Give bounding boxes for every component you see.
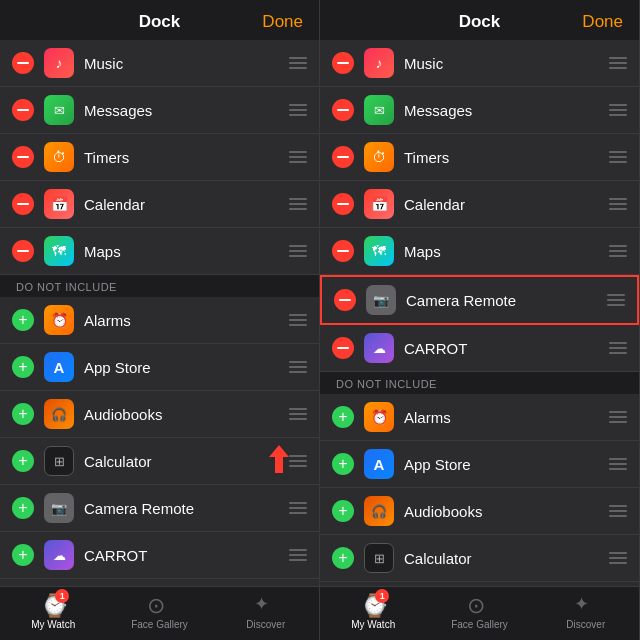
drag-handle[interactable] [289,198,307,210]
carrot-icon: ☁ [44,540,74,570]
drag-handle[interactable] [609,505,627,517]
remove-button[interactable] [332,337,354,359]
app-name: App Store [84,359,281,376]
list-item[interactable]: ☁ CARROT [320,325,639,372]
list-item[interactable]: ✉ Messages [320,87,639,134]
drag-handle[interactable] [289,549,307,561]
remove-button[interactable] [12,52,34,74]
list-item[interactable]: ⏱ Timers [0,134,319,181]
list-item[interactable]: ⊞ Calculator [0,438,319,485]
add-button[interactable] [332,453,354,475]
drag-handle[interactable] [289,314,307,326]
drag-handle[interactable] [289,104,307,116]
tab-my-watch[interactable]: ⌚ 1 My Watch [0,593,106,630]
app-name: Calculator [404,550,601,567]
drag-handle[interactable] [609,342,627,354]
drag-handle[interactable] [289,151,307,163]
remove-button[interactable] [334,289,356,311]
left-done-button[interactable]: Done [262,12,303,32]
drag-handle[interactable] [609,552,627,564]
add-button[interactable] [332,406,354,428]
remove-button[interactable] [332,99,354,121]
list-item[interactable]: 📅 Calendar [320,181,639,228]
list-item[interactable]: 📅 Calendar [0,181,319,228]
tab-label: My Watch [351,619,395,630]
add-button[interactable] [332,500,354,522]
list-item[interactable]: 🎧 Audiobooks [320,488,639,535]
list-item[interactable]: ⊞ Calculator [320,535,639,582]
list-item[interactable]: 📷 Camera Remote [0,485,319,532]
app-name: Maps [404,243,601,260]
tab-bar: ⌚ 1 My Watch ⊙ Face Gallery ✦ Discover [320,586,639,640]
list-item[interactable]: ☁ CARROT [0,532,319,579]
drag-handle[interactable] [289,408,307,420]
list-item[interactable]: 🎧 Audiobooks [0,391,319,438]
add-button[interactable] [12,309,34,331]
right-scroll: ♪ Music ✉ Messages ⏱ Timers 📅 Calendar 🗺… [320,40,639,586]
tab-face-gallery[interactable]: ⊙ Face Gallery [106,593,212,630]
drag-handle[interactable] [607,294,625,306]
tab-label: Face Gallery [131,619,188,630]
add-button[interactable] [12,450,34,472]
calculator-icon: ⊞ [364,543,394,573]
remove-button[interactable] [12,146,34,168]
drag-handle[interactable] [289,502,307,514]
remove-button[interactable] [332,240,354,262]
remove-button[interactable] [332,52,354,74]
maps-icon: 🗺 [364,236,394,266]
my-watch-icon: ⌚ 1 [41,593,65,617]
list-item[interactable]: ◎ Compass [0,579,319,586]
app-name: Audiobooks [84,406,281,423]
remove-button[interactable] [12,193,34,215]
app-name: Alarms [404,409,601,426]
calendar-icon: 📅 [364,189,394,219]
drag-handle[interactable] [289,245,307,257]
add-button[interactable] [12,497,34,519]
add-button[interactable] [12,544,34,566]
drag-handle[interactable] [289,455,307,467]
list-item[interactable]: ♪ Music [0,40,319,87]
remove-button[interactable] [12,240,34,262]
drag-handle[interactable] [609,57,627,69]
list-item[interactable]: ⏰ Alarms [0,297,319,344]
app-name: Alarms [84,312,281,329]
tab-discover[interactable]: ✦ Discover [533,593,639,630]
drag-handle[interactable] [289,361,307,373]
add-button[interactable] [332,547,354,569]
remove-button[interactable] [332,193,354,215]
discover-icon: ✦ [574,593,598,617]
tab-my-watch[interactable]: ⌚ 1 My Watch [320,593,426,630]
app-name: Camera Remote [84,500,281,517]
right-header: Dock Done [320,0,639,40]
carrot-icon: ☁ [364,333,394,363]
remove-button[interactable] [12,99,34,121]
add-button[interactable] [12,403,34,425]
list-item[interactable]: A App Store [0,344,319,391]
app-name: Music [84,55,281,72]
list-item[interactable]: A App Store [320,441,639,488]
list-item[interactable]: ⏱ Timers [320,134,639,181]
camera-icon: 📷 [366,285,396,315]
list-item[interactable]: 🗺 Maps [0,228,319,275]
drag-handle[interactable] [609,151,627,163]
drag-handle[interactable] [609,198,627,210]
list-item[interactable]: ✉ Messages [0,87,319,134]
tab-face-gallery[interactable]: ⊙ Face Gallery [426,593,532,630]
drag-handle[interactable] [609,104,627,116]
list-item-highlighted[interactable]: 📷 Camera Remote [320,275,639,325]
drag-handle[interactable] [289,57,307,69]
drag-handle[interactable] [609,245,627,257]
drag-handle[interactable] [609,458,627,470]
list-item[interactable]: ♪ Music [320,40,639,87]
alarms-icon: ⏰ [364,402,394,432]
audiobooks-icon: 🎧 [44,399,74,429]
tab-discover[interactable]: ✦ Discover [213,593,319,630]
list-item[interactable]: ⏰ Alarms [320,394,639,441]
drag-handle[interactable] [609,411,627,423]
right-done-button[interactable]: Done [582,12,623,32]
add-button[interactable] [12,356,34,378]
arrow-indicator [267,443,291,479]
list-item[interactable]: 🗺 Maps [320,228,639,275]
remove-button[interactable] [332,146,354,168]
audiobooks-icon: 🎧 [364,496,394,526]
